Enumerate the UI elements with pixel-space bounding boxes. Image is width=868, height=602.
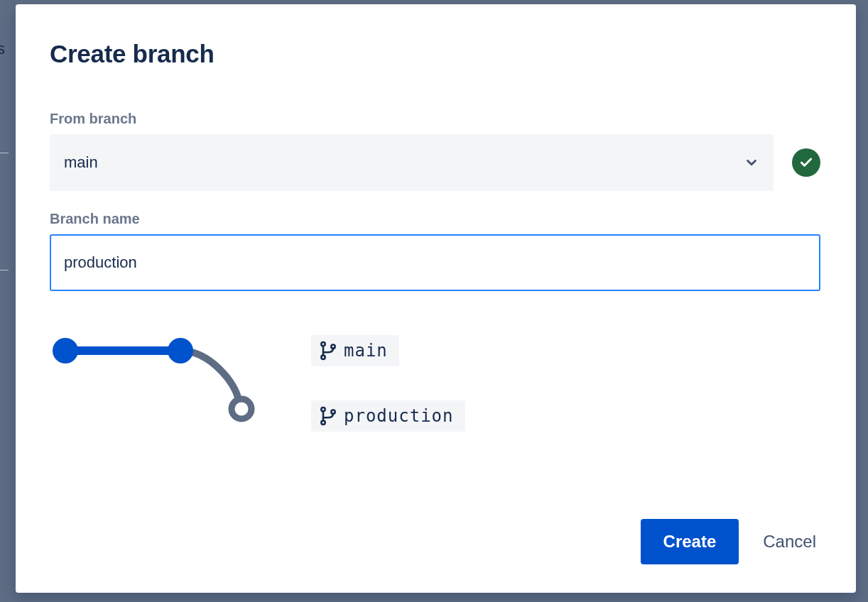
source-branch-name: main	[344, 341, 388, 361]
git-branch-icon	[318, 341, 338, 361]
svg-point-1	[53, 338, 78, 363]
branch-graph-icon	[50, 335, 263, 427]
source-branch-chip: main	[311, 335, 399, 366]
svg-point-2	[168, 338, 193, 363]
branch-diagram: main production	[50, 335, 820, 432]
chevron-down-icon	[744, 155, 759, 170]
branch-label-list: main production	[311, 335, 465, 432]
target-branch-chip: production	[311, 400, 465, 432]
from-branch-group: From branch main	[50, 111, 820, 191]
from-branch-select[interactable]: main	[50, 134, 774, 191]
modal-footer: Create Cancel	[50, 519, 820, 564]
branch-name-input[interactable]	[50, 234, 820, 291]
svg-point-3	[232, 399, 251, 419]
git-branch-icon	[318, 406, 338, 426]
background-divider	[0, 153, 9, 153]
modal-title: Create branch	[50, 40, 820, 68]
background-divider	[0, 270, 9, 270]
branch-name-label: Branch name	[50, 211, 820, 227]
background-text-fragment: s	[0, 40, 5, 58]
valid-check-icon	[792, 148, 820, 177]
create-button[interactable]: Create	[641, 519, 739, 564]
branch-name-group: Branch name	[50, 211, 820, 291]
create-branch-modal: Create branch From branch main Branch na…	[16, 4, 856, 593]
from-branch-selected-value: main	[64, 153, 98, 172]
target-branch-name: production	[344, 406, 454, 426]
from-branch-row: main	[50, 134, 820, 191]
from-branch-label: From branch	[50, 111, 820, 127]
cancel-button[interactable]: Cancel	[763, 532, 816, 552]
